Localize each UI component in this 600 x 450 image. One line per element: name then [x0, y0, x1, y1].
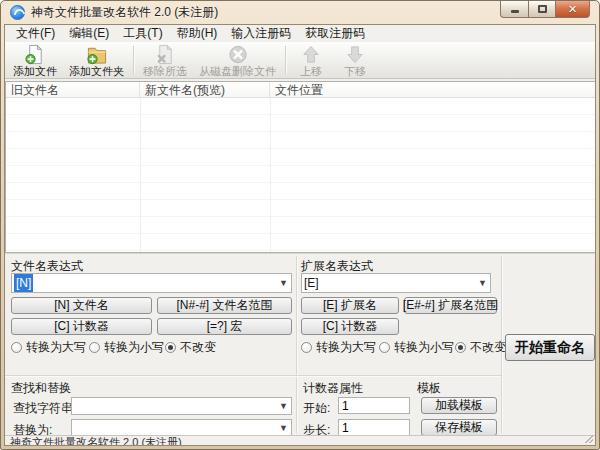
toolbar-button-label: 上移	[300, 65, 322, 77]
radio-label: 转换为大写	[26, 339, 86, 356]
counter-properties-title: 计数器属性	[303, 380, 363, 397]
toolbar-separator	[133, 46, 134, 74]
move-up-icon	[300, 44, 322, 65]
add-file-button[interactable]: 添加文件	[7, 43, 63, 77]
button-label: [=?] 宏	[207, 318, 243, 335]
button-label: [C] 计数器	[54, 318, 109, 335]
delete-from-disk-icon	[227, 44, 249, 65]
toolbar-button-label: 从磁盘删除文件	[199, 65, 276, 77]
status-text: 神奇文件批量改名软件 2.0 (未注册)	[10, 436, 182, 446]
app-logo-icon	[10, 5, 25, 20]
radio-circle-icon	[301, 342, 312, 353]
column-divider	[140, 98, 141, 252]
title-bar: 神奇文件批量改名软件 2.0 (未注册) ✕	[1, 1, 599, 24]
insert-counter-button-ext[interactable]: [C] 计数器	[301, 318, 399, 335]
name-case-upper-radio[interactable]: 转换为大写	[11, 339, 86, 356]
window-controls: ✕	[500, 1, 590, 18]
ext-case-upper-radio[interactable]: 转换为大写	[301, 339, 376, 356]
menu-get-regcode[interactable]: 获取注册码	[298, 25, 372, 42]
minimize-button[interactable]	[500, 1, 528, 18]
name-case-lower-radio[interactable]: 转换为小写	[89, 339, 164, 356]
add-folder-icon	[86, 44, 108, 65]
filename-expression-value: [N]	[14, 274, 33, 292]
find-string-label: 查找字符串:	[13, 400, 76, 417]
client-area: 文件(F) 编辑(E) 工具(T) 帮助(H) 输入注册码 获取注册码 添加文件	[4, 24, 596, 446]
close-button[interactable]: ✕	[556, 1, 590, 18]
radio-label: 不改变	[180, 339, 216, 356]
close-icon: ✕	[568, 4, 577, 15]
dropdown-arrow-icon[interactable]: ▼	[276, 423, 291, 433]
menu-help[interactable]: 帮助(H)	[170, 25, 225, 42]
button-label: 加载模板	[435, 397, 483, 414]
insert-extension-button[interactable]: [E] 扩展名	[301, 297, 399, 314]
insert-filename-button[interactable]: [N] 文件名	[11, 297, 152, 314]
column-divider	[270, 98, 271, 252]
menu-file[interactable]: 文件(F)	[9, 25, 62, 42]
button-label: 开始重命名	[515, 339, 585, 357]
radio-label: 转换为小写	[394, 339, 454, 356]
remove-selected-icon	[154, 44, 176, 65]
extension-expression-combobox[interactable]: [E] ▼	[301, 273, 491, 293]
ext-case-unchanged-radio[interactable]: 不改变	[455, 339, 506, 356]
button-label: [E] 扩展名	[323, 297, 377, 314]
name-case-unchanged-radio[interactable]: 不改变	[165, 339, 216, 356]
remove-selected-button[interactable]: 移除所选	[137, 43, 193, 77]
options-panel: 文件名表达式 [N] ▼ [N] 文件名 [N#-#] 文件名范围 [C] 计数…	[5, 253, 595, 435]
maximize-icon	[538, 5, 547, 13]
ext-case-lower-radio[interactable]: 转换为小写	[379, 339, 454, 356]
menu-tools[interactable]: 工具(T)	[116, 25, 169, 42]
toolbar-separator	[285, 46, 286, 74]
counter-start-label: 开始:	[303, 400, 330, 417]
column-header-location[interactable]: 文件位置	[270, 82, 595, 97]
maximize-button[interactable]	[528, 1, 556, 18]
column-header-old-name[interactable]: 旧文件名	[6, 82, 140, 97]
toolbar-button-label: 移除所选	[143, 65, 187, 77]
toolbar-button-label: 下移	[344, 65, 366, 77]
app-window: 神奇文件批量改名软件 2.0 (未注册) ✕ 文件(F) 编辑(E) 工具(T)…	[0, 0, 600, 450]
column-header-new-name[interactable]: 新文件名(预览)	[140, 82, 270, 97]
insert-counter-button-name[interactable]: [C] 计数器	[11, 318, 152, 335]
button-label: [N] 文件名	[54, 297, 109, 314]
move-down-icon	[344, 44, 366, 65]
dropdown-arrow-icon[interactable]: ▼	[475, 278, 490, 288]
radio-circle-icon	[379, 342, 390, 353]
file-list[interactable]: 旧文件名 新文件名(预览) 文件位置	[5, 81, 596, 253]
save-template-button[interactable]: 保存模板	[421, 419, 497, 436]
add-file-icon	[24, 44, 46, 65]
add-folder-button[interactable]: 添加文件夹	[63, 43, 130, 77]
status-bar: 神奇文件批量改名软件 2.0 (未注册)	[5, 435, 595, 445]
counter-step-input[interactable]	[338, 419, 410, 436]
button-label: 保存模板	[435, 419, 483, 436]
button-label: [E#-#] 扩展名范围	[403, 297, 498, 314]
radio-label: 转换为大写	[316, 339, 376, 356]
radio-circle-icon	[455, 342, 466, 353]
counter-start-input[interactable]	[338, 397, 410, 414]
toolbar-button-label: 添加文件	[13, 65, 57, 77]
extension-expression-value: [E]	[304, 274, 319, 292]
menu-bar: 文件(F) 编辑(E) 工具(T) 帮助(H) 输入注册码 获取注册码	[5, 25, 595, 42]
menu-edit[interactable]: 编辑(E)	[62, 25, 116, 42]
find-string-combobox[interactable]: ▼	[71, 397, 292, 415]
dropdown-arrow-icon[interactable]: ▼	[276, 278, 291, 288]
panel-divider-vertical	[296, 256, 297, 433]
radio-circle-icon	[11, 342, 22, 353]
button-label: [N#-#] 文件名范围	[176, 297, 272, 314]
start-rename-button[interactable]: 开始重命名	[505, 334, 595, 361]
move-down-button[interactable]: 下移	[333, 43, 377, 77]
file-list-body[interactable]	[6, 98, 595, 252]
filename-expression-combobox[interactable]: [N] ▼	[11, 273, 292, 293]
minimize-icon	[511, 10, 519, 13]
move-up-button[interactable]: 上移	[289, 43, 333, 77]
insert-macro-button[interactable]: [=?] 宏	[157, 318, 292, 335]
load-template-button[interactable]: 加载模板	[421, 397, 497, 414]
dropdown-arrow-icon[interactable]: ▼	[276, 401, 291, 411]
button-label: [C] 计数器	[323, 318, 378, 335]
delete-from-disk-button[interactable]: 从磁盘删除文件	[193, 43, 282, 77]
insert-extension-range-button[interactable]: [E#-#] 扩展名范围	[404, 297, 497, 314]
find-replace-title: 查找和替换	[11, 380, 71, 397]
panel-divider-horizontal	[5, 375, 501, 376]
radio-circle-icon	[165, 342, 176, 353]
menu-enter-regcode[interactable]: 输入注册码	[224, 25, 298, 42]
resize-grip-icon[interactable]	[585, 435, 593, 443]
insert-filename-range-button[interactable]: [N#-#] 文件名范围	[157, 297, 292, 314]
